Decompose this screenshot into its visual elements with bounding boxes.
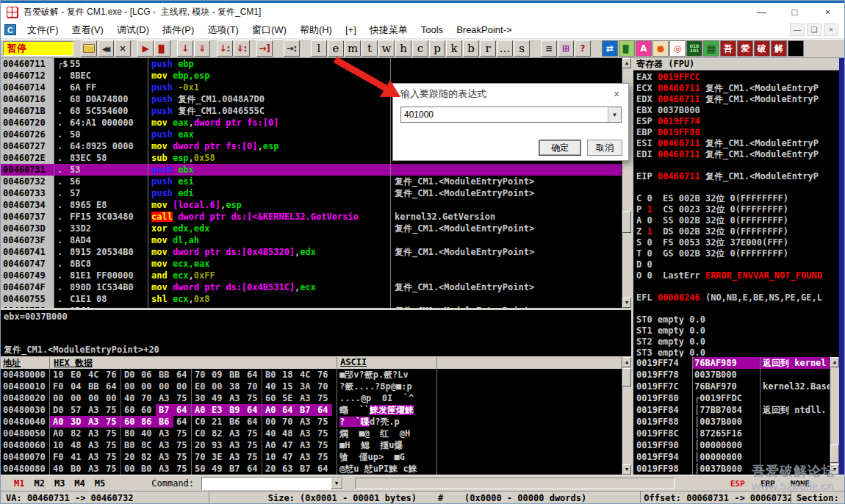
hex-byte[interactable]: 49 — [209, 392, 226, 404]
hex-byte[interactable]: 70 — [279, 416, 297, 428]
hex-byte[interactable]: 63 — [279, 463, 297, 475]
hex-byte[interactable]: 75 — [314, 392, 332, 404]
hex-byte[interactable]: A3 — [156, 439, 173, 451]
hex-byte[interactable]: 00 — [156, 381, 173, 392]
hex-byte[interactable]: 75 — [103, 416, 121, 428]
stack-row[interactable]: 0019FF8C │87265F16 — [633, 428, 839, 439]
scroll-up-icon[interactable]: ▲ — [830, 357, 839, 367]
open-file-button[interactable] — [81, 40, 97, 57]
scroll-down-icon[interactable]: ▼ — [830, 464, 839, 475]
hex-byte[interactable]: D0 — [121, 369, 138, 381]
hex-byte[interactable]: A0 — [262, 439, 279, 451]
hex-byte[interactable]: 5E — [279, 392, 297, 404]
hex-byte[interactable]: A3 — [156, 451, 173, 463]
hex-byte[interactable]: 30 — [191, 392, 209, 404]
dump-row[interactable]: 00480070 F041A3752082A375703EA3751047A37… — [1, 451, 631, 463]
hex-byte[interactable]: 64 — [103, 381, 121, 392]
lcg-wu-icon[interactable]: 吾 — [720, 40, 736, 57]
menu-item[interactable]: 查看(V) — [65, 24, 110, 37]
hex-byte[interactable]: 00 — [138, 381, 156, 392]
hex-byte[interactable]: A3 — [85, 463, 103, 475]
run-button[interactable]: ▶ — [137, 40, 154, 57]
hex-byte[interactable]: 10 — [262, 451, 279, 463]
hex-byte[interactable]: 75 — [173, 439, 191, 451]
sync-plugin-icon[interactable]: ⇄ — [602, 40, 618, 57]
menu-item[interactable]: 选项(T) — [201, 24, 245, 37]
chevron-down-icon[interactable]: ▼ — [608, 107, 621, 122]
stack-row[interactable]: 0019FF90 │00000000 — [633, 439, 839, 451]
hex-byte[interactable]: 64 — [244, 404, 262, 416]
hex-byte[interactable]: 40 — [262, 381, 279, 392]
hex-byte[interactable]: B0 — [138, 463, 156, 475]
menu-item[interactable]: Tools — [414, 24, 450, 35]
hex-byte[interactable]: A3 — [226, 451, 244, 463]
cancel-button[interactable]: 取消 — [587, 140, 622, 156]
hex-byte[interactable]: E3 — [209, 404, 226, 416]
hex-byte[interactable]: B0 — [121, 439, 138, 451]
hex-byte[interactable]: 00 — [85, 392, 103, 404]
hex-byte[interactable]: B7 — [156, 404, 173, 416]
hex-byte[interactable]: 00 — [103, 392, 121, 404]
animate-into-button[interactable]: ↓: — [217, 40, 233, 57]
hex-byte[interactable]: B6 — [226, 416, 244, 428]
hex-byte[interactable]: 10 — [50, 369, 68, 381]
hex-byte[interactable]: 82 — [209, 428, 226, 439]
disasm-row[interactable]: 00460711 ┌$ 55 push ebp — [1, 58, 622, 70]
hex-byte[interactable]: A3 — [297, 428, 314, 439]
hex-byte[interactable]: B9 — [226, 404, 244, 416]
hex-byte[interactable]: 4C — [297, 369, 314, 381]
hex-byte[interactable]: A3 — [156, 463, 173, 475]
go-to-button[interactable]: →: — [284, 40, 300, 57]
disasm-row[interactable]: 00460734 . 8965 E8 mov [local.6],esp — [1, 199, 622, 211]
hex-byte[interactable]: 8C — [138, 439, 156, 451]
ok-button[interactable]: 确定 — [539, 140, 581, 156]
hex-byte[interactable]: 75 — [173, 463, 191, 475]
cpu-window-button[interactable]: c — [412, 40, 428, 57]
scroll-up-icon[interactable]: ▲ — [622, 58, 631, 68]
registers-pane[interactable]: 寄存器 (FPU) EAX 0019FFCC ECX 00460711 复件_C… — [633, 58, 839, 357]
references-window-button[interactable]: r — [480, 40, 496, 57]
menu-item[interactable]: 插件(P) — [156, 24, 201, 37]
hex-byte[interactable]: 75 — [103, 404, 121, 416]
stack-row[interactable]: 0019FF88 │0037B000 — [633, 416, 839, 428]
hex-byte[interactable]: F0 — [50, 381, 68, 392]
hex-byte[interactable]: 70 — [138, 392, 156, 404]
hex-byte[interactable]: A3 — [297, 416, 314, 428]
hex-byte[interactable]: A3 — [85, 451, 103, 463]
stack-row[interactable]: 0019FF84 │77BB7084 返回到 ntdll. — [633, 404, 839, 416]
hex-byte[interactable]: 00 — [209, 381, 226, 392]
none-indicator[interactable]: NONE — [791, 479, 810, 489]
executables-window-button[interactable]: e — [328, 40, 344, 57]
stack-row[interactable]: 0019FF98 │0037B000 — [633, 463, 839, 475]
disasm-row[interactable]: 00460758 . 0BC1 or ecx,eax 复件_CM1.<Modul… — [1, 305, 622, 308]
hex-byte[interactable]: A3 — [85, 428, 103, 439]
hex-byte[interactable]: BB — [156, 369, 173, 381]
disasm-row[interactable]: 00460737 . FF15 3C03480 call dword ptr d… — [1, 211, 622, 223]
stack-row[interactable]: 0019FF78 0037B000 — [633, 369, 839, 381]
disasm-row[interactable]: 00460733 . 57 push edi 复件_CM1.<ModuleEnt… — [1, 187, 622, 199]
hex-byte[interactable]: 47 — [279, 451, 297, 463]
hex-byte[interactable]: 06 — [138, 369, 156, 381]
grid-plugin-icon[interactable]: ▦ — [703, 40, 719, 57]
memory-tab[interactable]: M1 — [14, 478, 24, 489]
mdi-close-button[interactable]: × — [824, 24, 838, 36]
hex-byte[interactable]: 40 — [50, 463, 68, 475]
hex-byte[interactable]: 60 — [121, 404, 138, 416]
hex-byte[interactable]: 00 — [121, 463, 138, 475]
hex-byte[interactable]: 09 — [209, 369, 226, 381]
dump-scrollbar[interactable]: ▲ ▼ — [622, 357, 631, 475]
hex-byte[interactable]: F0 — [50, 451, 68, 463]
hex-byte[interactable]: 75 — [103, 428, 121, 439]
pause-program-button[interactable]: ▌▌ — [154, 40, 170, 57]
hex-byte[interactable]: A3 — [85, 416, 103, 428]
dump-row[interactable]: 00480020 000000004070A3753049A375605EA37… — [1, 392, 631, 404]
expression-input[interactable] — [401, 107, 608, 122]
hex-byte[interactable]: A3 — [156, 428, 173, 439]
hex-byte[interactable]: 40 — [138, 428, 156, 439]
hex-byte[interactable]: 75 — [244, 392, 262, 404]
scrollbar-thumb[interactable] — [622, 211, 631, 233]
stack-pane[interactable]: 0019FF74 76BAF989 返回到 kernel 0019FF78 00… — [633, 357, 839, 475]
step-into-button[interactable]: ↓ — [177, 40, 193, 57]
hex-byte[interactable]: 3D — [68, 416, 85, 428]
hex-byte[interactable]: 41 — [68, 451, 85, 463]
